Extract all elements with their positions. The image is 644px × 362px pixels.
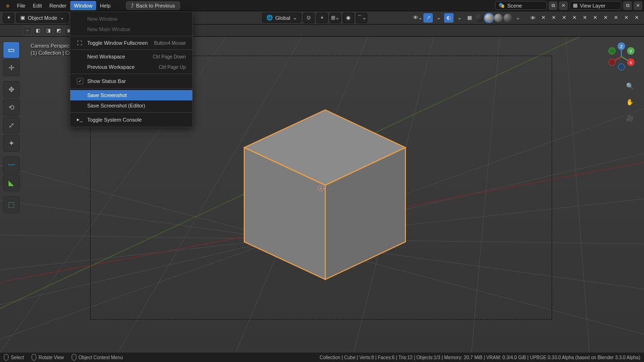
magnify-icon: 🔍 [626,82,634,90]
delete-scene-button[interactable]: ✕ [559,1,568,10]
viewport-eye-icon[interactable]: 👁 [528,13,537,23]
mode-selector[interactable]: ▣ Object Mode ⌄ [16,13,68,23]
object-mode-icon: ▣ [20,15,25,21]
overlays-dropdown[interactable]: ⌄ [454,13,464,23]
shading-solid[interactable] [485,14,493,22]
menu-save-screenshot-editor[interactable]: Save Screenshot (Editor) [70,100,192,111]
restriction-4[interactable]: ✕ [570,13,579,23]
menu-edit[interactable]: Edit [29,1,46,10]
back-to-previous-label: Back to Previous [136,3,175,8]
new-viewlayer-button[interactable]: ⧉ [623,1,632,10]
fullscreen-icon: ⛶ [77,40,83,46]
restriction-5[interactable]: ✕ [580,13,589,23]
restriction-10[interactable]: ✕ [632,13,641,23]
new-scene-button[interactable]: ⧉ [549,1,557,10]
status-stats: Collection | Cube | Verts:8 | Faces:6 | … [320,355,640,360]
gizmos-dropdown[interactable]: ⌄ [434,13,443,23]
mouse-right-icon [72,354,76,361]
tool-cursor[interactable]: ✛ [3,59,20,76]
chevron-down-icon: ⌄ [293,15,297,21]
scene-icon: 🎭 [498,2,505,8]
status-context-menu: Object Context Menu [72,354,123,361]
restriction-3[interactable]: ✕ [559,13,569,23]
tool-select-box[interactable]: ▭ [3,41,20,58]
shading-wireframe[interactable] [475,14,484,22]
svg-text:X: X [629,60,632,65]
shading-dropdown[interactable]: ⌄ [513,13,522,23]
delete-viewlayer-button[interactable]: ✕ [634,1,642,10]
gizmos-toggle[interactable]: ↗ [423,13,433,23]
menu-separator [70,88,192,89]
svg-point-18 [321,188,322,189]
shading-preview[interactable] [494,14,503,22]
restriction-2[interactable]: ✕ [549,13,558,23]
left-toolbar: ▭ ✛ ✥ ⟲ ⤢ ✦ 〰 ◣ ⬚ [3,41,20,213]
tool-scale[interactable]: ⤢ [3,117,20,134]
xray-toggle[interactable]: ▦ [465,13,474,23]
viewlayer-selector[interactable]: ▦ View Layer [570,1,621,10]
overlays-toggle[interactable]: ◐ [444,13,454,23]
proportional-options[interactable]: ⌒⌄ [356,13,367,23]
default-cube[interactable] [240,105,410,284]
snap-toggle[interactable]: ⌖ [316,13,328,23]
menu-save-screenshot[interactable]: Save Screenshot [70,90,192,100]
shading-rendered[interactable] [504,14,512,22]
snap-options[interactable]: ⊞⌄ [330,13,341,23]
svg-point-28 [609,59,615,66]
visibility-dropdown[interactable]: 👁⌄ [413,13,422,23]
menubar: ⟐ File Edit Render Window Help ⤴ Back to… [0,0,644,11]
svg-text:Y: Y [629,49,632,54]
select-mode-2[interactable]: ◧ [33,26,42,35]
scene-selector[interactable]: 🎭 Scene [495,1,547,10]
menu-show-status-bar[interactable]: Show Status Bar [70,75,192,87]
status-select: Select [4,354,24,361]
restriction-1[interactable]: ✕ [538,13,548,23]
back-to-previous-button[interactable]: ⤴ Back to Previous [126,1,181,10]
menu-render[interactable]: Render [46,1,70,10]
menu-next-workspace[interactable]: Next WorkspaceCtrl Page Down [70,51,192,62]
viewlayer-icon: ▦ [573,2,578,8]
proportional-toggle[interactable]: ◉ [343,13,354,23]
restriction-6[interactable]: ✕ [590,13,600,23]
restriction-7[interactable]: ✕ [601,13,610,23]
tool-add-cube[interactable]: ⬚ [3,196,20,213]
menu-new-main-window[interactable]: New Main Window [70,24,192,34]
svg-text:Z: Z [620,44,623,49]
viewport-nav-buttons: 🔍 ✋ 🎥 [623,79,636,124]
menu-separator [70,74,192,74]
camera-view-button[interactable]: 🎥 [623,111,636,124]
viewlayer-name: View Layer [580,3,605,8]
tool-rotate[interactable]: ⟲ [3,99,20,116]
3d-cursor-icon [317,184,325,193]
tool-move[interactable]: ✥ [3,81,20,98]
hand-icon: ✋ [626,99,634,106]
menu-new-window[interactable]: New Window [70,14,192,24]
select-mode-3[interactable]: ◨ [43,26,53,35]
status-rotate: Rotate View [32,354,64,361]
select-mode-4[interactable]: ◩ [54,26,63,35]
menu-file[interactable]: File [13,1,29,10]
menu-toggle-fullscreen[interactable]: ⛶Toggle Window FullscreenButton4 Mouse [70,38,192,48]
mouse-left-icon [4,354,8,361]
menu-window[interactable]: Window [70,1,96,10]
restriction-8[interactable]: ✕ [611,13,620,23]
restriction-9[interactable]: ✕ [621,13,631,23]
menu-toggle-console[interactable]: ▸_Toggle System Console [70,114,192,125]
tool-transform[interactable]: ✦ [3,135,20,152]
tool-annotate[interactable]: 〰 [3,156,20,173]
return-icon: ⤴ [131,3,134,8]
zoom-button[interactable]: 🔍 [623,79,636,92]
menu-previous-workspace[interactable]: Previous WorkspaceCtrl Page Up [70,62,192,72]
select-mode-1[interactable]: ▫ [23,26,32,35]
editor-type-button[interactable]: ✦ [3,13,14,23]
pivot-button[interactable]: ⊙ [303,13,314,23]
navigation-gizmo[interactable]: X Y Z [606,41,636,72]
orientation-label: Global [275,15,290,21]
svg-point-30 [618,64,625,70]
tool-measure[interactable]: ◣ [3,174,20,191]
menu-help[interactable]: Help [96,1,115,10]
pan-button[interactable]: ✋ [623,95,636,108]
orientation-selector[interactable]: 🌐 Global ⌄ [262,13,301,23]
window-menu-dropdown: New Window New Main Window ⛶Toggle Windo… [70,11,193,127]
globe-icon: 🌐 [266,15,273,21]
